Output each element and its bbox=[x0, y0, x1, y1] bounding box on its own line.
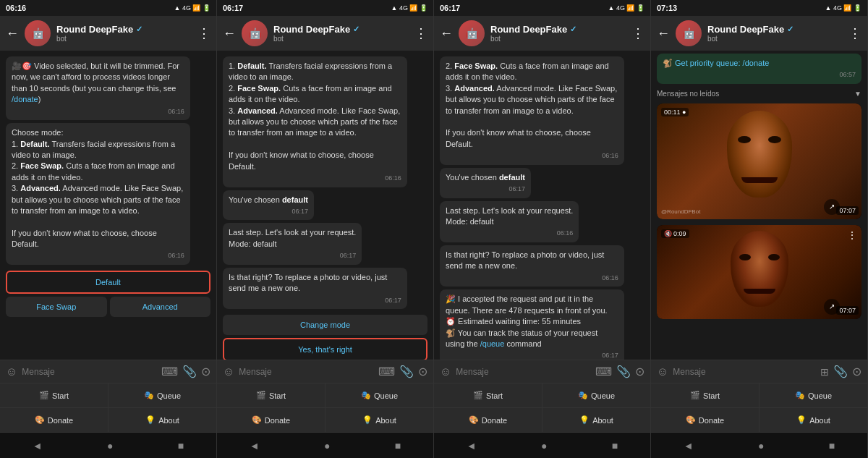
cmd-about-3[interactable]: 💡 About bbox=[542, 408, 650, 432]
attach-icon-3[interactable]: 📎 bbox=[616, 365, 631, 378]
cmd-donate-3[interactable]: 🎨 Donate bbox=[434, 408, 542, 432]
avatar-image-2: 🤖 bbox=[242, 20, 268, 46]
cmd-donate-emoji-1: 🎨 bbox=[35, 415, 45, 425]
keyboard-icon-2[interactable]: ⌨ bbox=[378, 365, 395, 378]
nav-bar-1: ◄ ● ■ bbox=[0, 432, 216, 458]
btn-row-2-1: Change mode bbox=[223, 315, 427, 335]
status-bar-1: 06:16 ▲ 4G 📶 🔋 bbox=[0, 0, 216, 16]
cmd-start-2[interactable]: 🎬 Start bbox=[217, 383, 325, 407]
camera-icon-4[interactable]: ⊙ bbox=[852, 365, 861, 378]
nav-home-3[interactable]: ● bbox=[527, 436, 561, 456]
camera-icon-2[interactable]: ⊙ bbox=[418, 365, 427, 378]
header-info-1: Round DeepFake ✓ bot bbox=[56, 24, 192, 43]
btn-default[interactable]: Default bbox=[6, 271, 210, 294]
mouth-2 bbox=[744, 289, 775, 294]
cmd-queue-3[interactable]: 🎭 Queue bbox=[542, 383, 650, 407]
message-1-1: 🎥🎯 Video selected, but it will be trimme… bbox=[6, 56, 190, 120]
menu-button-3[interactable]: ⋮ bbox=[631, 25, 644, 41]
nav-home-1[interactable]: ● bbox=[93, 436, 127, 456]
status-icons-1: ▲ 4G 📶 🔋 bbox=[174, 4, 210, 12]
chat-header-2: ← 🤖 Round DeepFake ✓ bot ⋮ bbox=[217, 16, 433, 51]
status-time-4: 07:13 bbox=[657, 4, 677, 12]
cmd-start-1[interactable]: 🎬 Start bbox=[0, 383, 108, 407]
video2-menu-btn[interactable]: ⋮ bbox=[847, 229, 857, 241]
cmd-about-emoji-1: 💡 bbox=[145, 415, 156, 425]
cmd-donate-2[interactable]: 🎨 Donate bbox=[217, 408, 325, 432]
attach-icon-1[interactable]: 📎 bbox=[182, 365, 197, 378]
nav-square-1[interactable]: ■ bbox=[163, 436, 198, 456]
menu-button-2[interactable]: ⋮ bbox=[414, 25, 427, 41]
panel-1: 06:16 ▲ 4G 📶 🔋 ← 🤖 Round DeepFake ✓ bot … bbox=[0, 0, 217, 458]
nav-home-2[interactable]: ● bbox=[310, 436, 344, 456]
message-text-3-3: Last step. Let's look at your request.Mo… bbox=[446, 206, 573, 226]
video-message-2: 🔇0:09 ⋮ ↗ 07:07 bbox=[657, 225, 861, 319]
message-text-3-2: You've chosen default bbox=[446, 173, 525, 182]
menu-button-1[interactable]: ⋮ bbox=[197, 25, 210, 41]
nav-home-4[interactable]: ● bbox=[744, 436, 778, 456]
back-button-2[interactable]: ← bbox=[223, 26, 236, 41]
avatar-image-4: 🤖 bbox=[676, 20, 702, 46]
status-icons-2: ▲ 4G 📶 🔋 bbox=[391, 4, 427, 12]
cmd-queue-4[interactable]: 🎭 Queue bbox=[760, 383, 867, 407]
message-input-1[interactable] bbox=[22, 367, 157, 377]
bottom-toolbar-1: ☺ ⌨ 📎 ⊙ 🎬 Start 🎭 Queue 🎨 Donate 💡 About bbox=[0, 360, 216, 432]
video-container-2: 🔇0:09 ⋮ ↗ 07:07 bbox=[657, 225, 861, 319]
cmd-about-2[interactable]: 💡 About bbox=[326, 408, 433, 432]
emoji-icon-3[interactable]: ☺ bbox=[440, 365, 451, 378]
chat-header-4: ← 🤖 Round DeepFake ✓ bot ⋮ bbox=[651, 16, 867, 51]
chat-title-4: Round DeepFake bbox=[707, 24, 784, 35]
video1-watermark: @RoundDFBot bbox=[661, 208, 700, 215]
btn-advanced[interactable]: Advanced bbox=[110, 297, 211, 317]
cmd-start-3[interactable]: 🎬 Start bbox=[434, 383, 542, 407]
bot-buttons-1: Default Face Swap Advanced bbox=[6, 268, 210, 320]
nav-back-3[interactable]: ◄ bbox=[452, 436, 491, 456]
header-sub-1: bot bbox=[56, 35, 192, 43]
grid-icon-4[interactable]: ⊞ bbox=[820, 366, 829, 378]
nav-back-2[interactable]: ◄ bbox=[235, 436, 274, 456]
back-button-3[interactable]: ← bbox=[440, 26, 453, 41]
cmd-queue-2[interactable]: 🎭 Queue bbox=[326, 383, 433, 407]
chat-title-3: Round DeepFake bbox=[490, 24, 567, 35]
cmd-queue-1[interactable]: 🎭 Queue bbox=[109, 383, 216, 407]
camera-icon-3[interactable]: ⊙ bbox=[635, 365, 644, 378]
avatar-image-1: 🤖 bbox=[25, 20, 51, 46]
camera-icon-1[interactable]: ⊙ bbox=[201, 365, 210, 378]
cmd-about-1[interactable]: 💡 About bbox=[109, 408, 216, 432]
mouth-1 bbox=[741, 177, 778, 183]
emoji-icon-4[interactable]: ☺ bbox=[657, 365, 668, 378]
menu-button-4[interactable]: ⋮ bbox=[848, 25, 861, 41]
nav-square-3[interactable]: ■ bbox=[597, 436, 632, 456]
keyboard-icon-1[interactable]: ⌨ bbox=[161, 365, 178, 378]
btn-yes-right[interactable]: Yes, that's right bbox=[223, 338, 427, 360]
attach-icon-2[interactable]: 📎 bbox=[399, 365, 414, 378]
signal-icon-2: ▲ 4G 📶 🔋 bbox=[391, 4, 427, 12]
message-input-4[interactable] bbox=[673, 367, 816, 377]
video2-duration: 🔇0:09 bbox=[661, 229, 689, 238]
nav-back-4[interactable]: ◄ bbox=[669, 436, 708, 456]
unread-chevron-icon[interactable]: ▼ bbox=[854, 90, 861, 98]
btn-face-swap[interactable]: Face Swap bbox=[6, 297, 107, 317]
message-input-3[interactable] bbox=[456, 367, 591, 377]
cmd-start-4[interactable]: 🎬 Start bbox=[651, 383, 759, 407]
status-bar-2: 06:17 ▲ 4G 📶 🔋 bbox=[217, 0, 433, 16]
message-text-2-2: You've chosen default bbox=[229, 195, 308, 204]
keyboard-icon-3[interactable]: ⌨ bbox=[595, 365, 612, 378]
message-3-2: You've chosen default 06:17 bbox=[440, 168, 531, 198]
attach-icon-4[interactable]: 📎 bbox=[833, 365, 848, 378]
video1-duration-text: 00:11 ● bbox=[664, 109, 686, 116]
nav-square-2[interactable]: ■ bbox=[380, 436, 415, 456]
nav-square-4[interactable]: ■ bbox=[814, 436, 849, 456]
status-bar-4: 07:13 ▲ 4G 📶 🔋 bbox=[651, 0, 867, 16]
message-input-2[interactable] bbox=[239, 367, 374, 377]
back-button-4[interactable]: ← bbox=[657, 26, 670, 41]
nav-back-1[interactable]: ◄ bbox=[18, 436, 57, 456]
header-name-3: Round DeepFake ✓ bbox=[490, 24, 626, 35]
btn-change-mode[interactable]: Change mode bbox=[223, 315, 427, 335]
emoji-icon-2[interactable]: ☺ bbox=[223, 365, 234, 378]
cmd-about-4[interactable]: 💡 About bbox=[760, 408, 867, 432]
message-3-3: Last step. Let's look at your request.Mo… bbox=[440, 201, 579, 242]
cmd-donate-1[interactable]: 🎨 Donate bbox=[0, 408, 108, 432]
back-button-1[interactable]: ← bbox=[6, 26, 19, 41]
cmd-donate-4[interactable]: 🎨 Donate bbox=[651, 408, 759, 432]
emoji-icon-1[interactable]: ☺ bbox=[6, 365, 17, 378]
